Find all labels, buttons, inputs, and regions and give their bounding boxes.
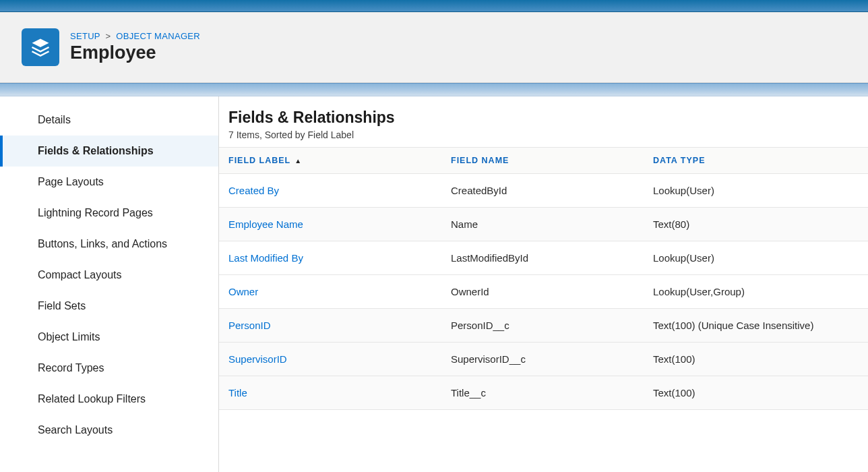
sidebar-item-object-limits[interactable]: Object Limits — [0, 322, 218, 353]
breadcrumb-object-manager[interactable]: OBJECT MANAGER — [116, 31, 200, 41]
page-header: SETUP > OBJECT MANAGER Employee — [0, 12, 868, 83]
sidebar-item-page-layouts[interactable]: Page Layouts — [0, 167, 218, 198]
breadcrumb: SETUP > OBJECT MANAGER — [70, 31, 200, 41]
field-name-cell: CreatedById — [441, 174, 644, 208]
field-link[interactable]: Created By — [228, 185, 279, 196]
field-type-cell: Text(100) (Unique Case Insensitive) — [644, 309, 868, 343]
sidebar-item-label: Field Sets — [38, 300, 86, 312]
th-field-label[interactable]: FIELD LABEL ▲ — [219, 148, 441, 174]
field-name-cell: Name — [441, 208, 644, 241]
sidebar-item-label: Fields & Relationships — [38, 145, 154, 156]
sort-asc-icon: ▲ — [294, 157, 302, 165]
table-row: Title Title__c Text(100) — [219, 376, 868, 410]
table-row: PersonID PersonID__c Text(100) (Unique C… — [219, 309, 868, 343]
sidebar-item-label: Buttons, Links, and Actions — [38, 238, 167, 249]
field-name-cell: OwnerId — [441, 275, 644, 309]
sidebar-item-label: Compact Layouts — [38, 269, 122, 281]
table-row: Created By CreatedById Lookup(User) — [219, 174, 868, 208]
field-name-cell: Title__c — [441, 376, 644, 410]
sidebar-item-label: Object Limits — [38, 331, 100, 343]
field-name-cell: LastModifiedById — [441, 241, 644, 275]
table-row: Employee Name Name Text(80) — [219, 208, 868, 241]
main-content: Fields & Relationships 7 Items, Sorted b… — [219, 96, 868, 472]
field-link[interactable]: Last Modified By — [228, 252, 303, 264]
object-icon — [22, 28, 59, 66]
field-name-cell: SupervisorID__c — [441, 343, 644, 376]
th-field-label-text: FIELD LABEL — [228, 156, 290, 165]
app-top-band — [0, 0, 868, 12]
sidebar-item-label: Details — [38, 114, 71, 125]
header-divider — [0, 83, 868, 96]
fields-table: FIELD LABEL ▲ FIELD NAME DATA TYPE Creat… — [219, 147, 868, 410]
sidebar-item-search-layouts[interactable]: Search Layouts — [0, 415, 218, 446]
field-name-cell: PersonID__c — [441, 309, 644, 343]
sidebar-item-related-lookup-filters[interactable]: Related Lookup Filters — [0, 384, 218, 415]
field-type-cell: Lookup(User,Group) — [644, 275, 868, 309]
sidebar-item-record-types[interactable]: Record Types — [0, 353, 218, 384]
sidebar-item-label: Lightning Record Pages — [38, 207, 153, 218]
field-type-cell: Lookup(User) — [644, 241, 868, 275]
th-field-name[interactable]: FIELD NAME — [441, 148, 644, 174]
sidebar-item-details[interactable]: Details — [0, 105, 218, 136]
field-type-cell: Text(80) — [644, 208, 868, 241]
content-subtitle: 7 Items, Sorted by Field Label — [228, 129, 859, 140]
sidebar-nav: Details Fields & Relationships Page Layo… — [0, 96, 219, 472]
sidebar-item-fields-relationships[interactable]: Fields & Relationships — [0, 136, 218, 167]
th-data-type[interactable]: DATA TYPE — [644, 148, 868, 174]
sidebar-item-label: Record Types — [38, 362, 104, 374]
field-link[interactable]: Title — [228, 387, 247, 399]
breadcrumb-separator: > — [106, 31, 111, 41]
field-link[interactable]: SupervisorID — [228, 353, 287, 365]
table-row: Last Modified By LastModifiedById Lookup… — [219, 241, 868, 275]
sidebar-item-field-sets[interactable]: Field Sets — [0, 291, 218, 322]
table-row: SupervisorID SupervisorID__c Text(100) — [219, 343, 868, 376]
field-link[interactable]: Owner — [228, 286, 258, 297]
sidebar-item-lightning-record-pages[interactable]: Lightning Record Pages — [0, 198, 218, 229]
field-link[interactable]: Employee Name — [228, 218, 303, 230]
table-row: Owner OwnerId Lookup(User,Group) — [219, 275, 868, 309]
layers-icon — [30, 37, 51, 57]
field-link[interactable]: PersonID — [228, 320, 271, 331]
sidebar-item-label: Page Layouts — [38, 176, 104, 187]
field-type-cell: Lookup(User) — [644, 174, 868, 208]
th-data-type-text: DATA TYPE — [653, 156, 706, 165]
breadcrumb-setup[interactable]: SETUP — [70, 31, 100, 41]
sidebar-item-label: Search Layouts — [38, 424, 113, 436]
sidebar-item-buttons-links-actions[interactable]: Buttons, Links, and Actions — [0, 229, 218, 260]
th-field-name-text: FIELD NAME — [451, 156, 509, 165]
field-type-cell: Text(100) — [644, 376, 868, 410]
page-title: Employee — [70, 42, 200, 63]
sidebar-item-compact-layouts[interactable]: Compact Layouts — [0, 260, 218, 291]
sidebar-item-label: Related Lookup Filters — [38, 393, 146, 405]
field-type-cell: Text(100) — [644, 343, 868, 376]
content-title: Fields & Relationships — [228, 109, 859, 127]
